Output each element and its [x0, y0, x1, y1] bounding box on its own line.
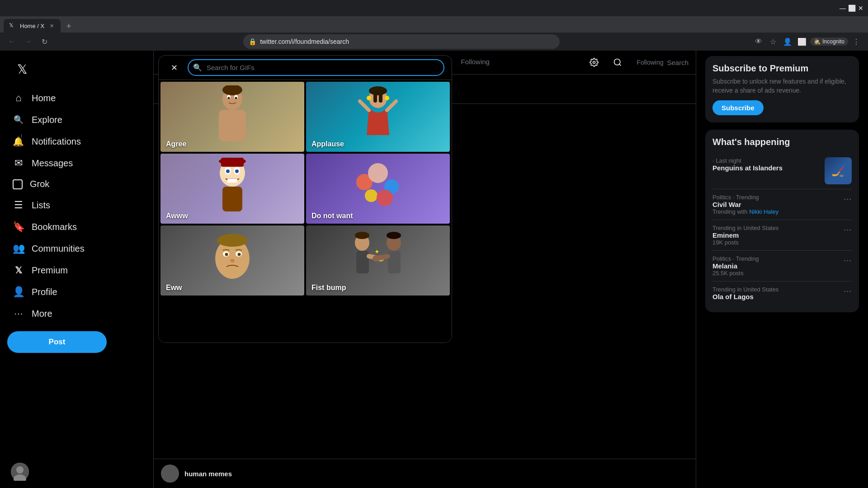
- feed-item-human-memes: human memes: [154, 459, 696, 488]
- gif-label-applause: Applause: [306, 136, 450, 152]
- maximize-button[interactable]: ⬜: [848, 5, 855, 12]
- search-placeholder: Following: [637, 59, 663, 66]
- gif-search-input[interactable]: [188, 59, 444, 76]
- trend-count-eminem: 19K posts: [712, 239, 778, 246]
- browser-chrome: — ⬜ ✕ 𝕏 Home / X ✕ + ← → ↻ 🔒 twitter.com…: [0, 0, 868, 51]
- extension-icon[interactable]: ⬜: [796, 35, 808, 48]
- address-bar[interactable]: 🔒 twitter.com/i/foundmedia/search: [243, 34, 560, 49]
- close-button[interactable]: ✕: [857, 5, 864, 12]
- sidebar-item-premium[interactable]: 𝕏 Premium: [7, 260, 146, 281]
- close-icon: ✕: [171, 63, 178, 73]
- user-account-area[interactable]: [7, 455, 146, 484]
- search-label: Search: [667, 59, 689, 66]
- svg-rect-30: [227, 179, 237, 183]
- gif-label-agree: Agree: [160, 136, 304, 152]
- gif-item-awww[interactable]: Awww: [160, 154, 304, 224]
- sidebar-label-grok: Grok: [30, 179, 49, 189]
- eye-slash-icon: 👁: [752, 35, 765, 48]
- sidebar-item-explore[interactable]: 🔍 Explore: [7, 109, 146, 130]
- svg-text:✦: ✦: [374, 248, 380, 255]
- sidebar-item-messages[interactable]: ✉ Messages: [7, 153, 146, 174]
- feed-search-button[interactable]: [606, 51, 629, 74]
- star-icon[interactable]: ☆: [767, 35, 779, 48]
- sidebar-item-grok[interactable]: Grok: [7, 174, 146, 194]
- sidebar-item-communities[interactable]: 👥 Communities: [7, 238, 146, 259]
- profile-nav-icon: 👤: [13, 286, 24, 298]
- more-icon: ⋯: [13, 308, 24, 319]
- sidebar-item-home[interactable]: ⌂ Home: [7, 88, 146, 108]
- svg-point-42: [238, 253, 241, 256]
- sidebar-logo[interactable]: 𝕏: [11, 58, 33, 80]
- sidebar-item-lists[interactable]: ☰ Lists: [7, 195, 146, 216]
- trend-item-civilwar[interactable]: Politics · Trending Civil War Trending w…: [712, 189, 852, 220]
- tab-close-button[interactable]: ✕: [48, 22, 55, 29]
- gif-label-eww: Eww: [160, 280, 304, 296]
- gif-item-applause[interactable]: Applause: [306, 82, 450, 152]
- user-avatar: [11, 463, 29, 481]
- gif-item-agree[interactable]: Agree: [160, 82, 304, 152]
- gif-item-dontwant[interactable]: Do not want: [306, 154, 450, 224]
- tab-bar: 𝕏 Home / X ✕ +: [0, 16, 868, 33]
- svg-rect-18: [379, 89, 382, 103]
- sidebar-label-more: More: [32, 309, 52, 319]
- back-button[interactable]: ←: [5, 35, 18, 48]
- toolbar-actions: 👁 ☆ 👤 ⬜ 🕵 Incognito ⋮: [752, 35, 863, 48]
- trend-item-penguins[interactable]: · Last night Penguins at Islanders 🏒: [712, 153, 852, 189]
- svg-point-19: [367, 96, 371, 100]
- subscribe-desc: Subscribe to unlock new features and if …: [712, 77, 852, 95]
- svg-rect-25: [221, 158, 244, 167]
- refresh-button[interactable]: ↻: [38, 35, 51, 48]
- trend-meta-eminem: Trending in United States: [712, 225, 778, 231]
- svg-point-29: [235, 169, 239, 173]
- minimize-button[interactable]: —: [839, 5, 846, 12]
- sidebar-label-lists: Lists: [32, 200, 50, 211]
- profile-icon[interactable]: 👤: [781, 35, 794, 48]
- svg-point-38: [217, 234, 248, 247]
- forward-button[interactable]: →: [22, 35, 34, 48]
- gif-modal-header: ✕ 🔍: [159, 56, 452, 80]
- svg-point-28: [226, 169, 230, 173]
- subscribe-title: Subscribe to Premium: [712, 63, 852, 74]
- sidebar-label-explore: Explore: [32, 115, 62, 125]
- trend-item-melania[interactable]: Politics · Trending Melania 25.5K posts …: [712, 251, 852, 282]
- header-search-bar[interactable]: Following Search: [629, 51, 696, 74]
- communities-icon: 👥: [13, 243, 24, 254]
- trend-extra-civilwar: Trending with Nikki Haley: [712, 208, 778, 215]
- post-button[interactable]: Post: [7, 331, 107, 353]
- lock-icon: 🔒: [249, 38, 256, 45]
- gif-close-button[interactable]: ✕: [166, 60, 182, 76]
- trend-more-civilwar[interactable]: ⋯: [844, 194, 852, 204]
- sidebar-label-profile: Profile: [32, 287, 57, 297]
- whats-happening-title: What's happening: [712, 137, 852, 147]
- subscribe-button[interactable]: Subscribe: [712, 100, 764, 115]
- browser-toolbar: ← → ↻ 🔒 twitter.com/i/foundmedia/search …: [0, 33, 868, 51]
- trend-more-melania[interactable]: ⋯: [844, 255, 852, 265]
- trend-more-olaolagos[interactable]: ⋯: [844, 286, 852, 296]
- svg-point-35: [365, 189, 377, 202]
- url-text: twitter.com/i/foundmedia/search: [260, 38, 349, 45]
- feed-settings-button[interactable]: [582, 51, 606, 74]
- trend-more-eminem[interactable]: ⋯: [844, 225, 852, 235]
- gif-label-awww: Awww: [160, 208, 304, 224]
- sidebar-item-notifications[interactable]: 🔔 Notifications: [7, 131, 146, 152]
- gif-item-eww[interactable]: Eww: [160, 225, 304, 296]
- gif-grid: Agree: [159, 80, 452, 297]
- new-tab-button[interactable]: +: [62, 20, 75, 33]
- sidebar-item-more[interactable]: ⋯ More: [7, 303, 146, 324]
- premium-icon: 𝕏: [13, 264, 24, 276]
- trend-item-eminem[interactable]: Trending in United States Eminem 19K pos…: [712, 220, 852, 251]
- explore-icon: 🔍: [13, 114, 24, 126]
- trend-item-olaolagos[interactable]: Trending in United States Ola of Lagos ⋯: [712, 282, 852, 305]
- menu-button[interactable]: ⋮: [850, 35, 863, 48]
- trend-link-nikkihaley[interactable]: Nikki Haley: [749, 208, 778, 215]
- gif-item-fistbump[interactable]: ✦ Fist bump: [306, 225, 450, 296]
- sidebar-label-messages: Messages: [32, 158, 73, 169]
- home-icon: ⌂: [13, 92, 24, 104]
- browser-tab-active[interactable]: 𝕏 Home / X ✕: [4, 19, 61, 33]
- sidebar-item-profile[interactable]: 👤 Profile: [7, 282, 146, 302]
- trend-name-civilwar: Civil War: [712, 201, 778, 208]
- trend-meta-civilwar: Politics · Trending: [712, 194, 778, 201]
- bookmarks-icon: 🔖: [13, 221, 24, 233]
- sidebar-item-bookmarks[interactable]: 🔖 Bookmarks: [7, 216, 146, 237]
- trend-image-penguins: 🏒: [825, 157, 852, 184]
